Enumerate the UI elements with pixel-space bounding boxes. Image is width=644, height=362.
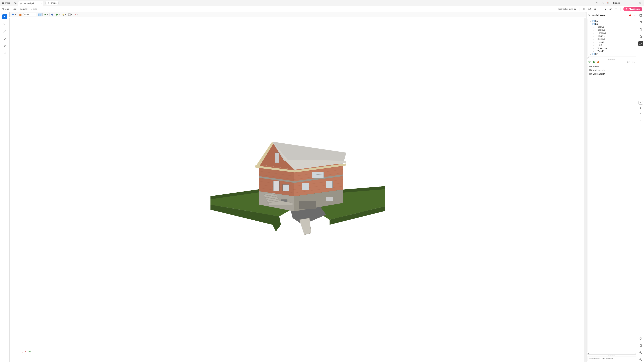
page-up-button[interactable] (638, 111, 643, 116)
signin-link[interactable]: Sign in (613, 2, 620, 4)
rail-bookmarks-button[interactable] (638, 27, 643, 32)
sign-tool[interactable] (2, 51, 7, 56)
views-dropdown[interactable]: Views (23, 13, 36, 16)
add-view-icon[interactable] (588, 61, 591, 63)
tree-node-kg[interactable]: ▸ KG (588, 19, 636, 22)
tree-hscroll[interactable] (587, 57, 636, 59)
apps-button[interactable] (606, 0, 611, 6)
options-dropdown[interactable]: Options ▼ (627, 61, 635, 63)
cube-green-button[interactable]: ▼ (55, 13, 60, 16)
expand-icon[interactable]: ▸ (590, 20, 592, 22)
star-icon (20, 2, 22, 4)
print-button[interactable] (594, 7, 597, 11)
view-item-modell[interactable]: Modell (588, 65, 636, 68)
view-item-vorderansicht[interactable]: Vorderansicht (588, 68, 636, 72)
zoom-out-button[interactable] (638, 357, 643, 362)
viewport-scrollbar[interactable] (584, 18, 586, 362)
tree-node-stuetze[interactable]: ▸Stütze.1 (588, 37, 636, 40)
rail-panels-button[interactable] (638, 13, 643, 18)
model-tree[interactable]: ▸ KG ▾ EG ▸Dach.1 ▸Decke.1 ▸Fenster.1 ▸R… (587, 18, 636, 56)
svg-marker-81 (299, 218, 311, 235)
maximize-button[interactable] (629, 2, 636, 4)
menu-all-tools[interactable]: All tools (2, 8, 10, 10)
home-view-icon[interactable] (597, 61, 600, 63)
rotate-button[interactable] (638, 336, 643, 341)
background-button[interactable]: ▼ (68, 13, 73, 16)
create-button[interactable]: ＋ Create (45, 1, 59, 5)
rail-comments-button[interactable] (638, 20, 643, 25)
splitter-2[interactable] (587, 355, 636, 356)
find-button[interactable]: Find text or tools (558, 8, 576, 10)
collapse-icon[interactable]: ▾ (590, 23, 592, 25)
home-view-button[interactable] (18, 13, 22, 16)
minimize-button[interactable] (622, 2, 629, 4)
svg-rect-79 (312, 172, 324, 178)
camera-icon (589, 69, 592, 71)
svg-line-100 (641, 360, 642, 361)
svg-point-15 (574, 8, 576, 9)
svg-rect-30 (40, 13, 41, 15)
views-hscroll[interactable] (587, 353, 636, 355)
view-item-seitenansicht[interactable]: Seitenansicht (588, 72, 636, 76)
checkbox[interactable] (592, 23, 594, 25)
textbox-tool[interactable]: A (2, 44, 7, 49)
ai-label: AI Assistant (629, 8, 640, 10)
tree-node-wand[interactable]: ▸Wand.1 (588, 50, 636, 53)
help-button[interactable] (594, 0, 600, 6)
link-button[interactable] (608, 7, 612, 11)
ai-assistant-button[interactable]: AI Assistant (623, 7, 642, 11)
comment-button[interactable] (603, 7, 606, 11)
orbit-tool-button[interactable]: ▼ (10, 12, 17, 16)
svg-line-16 (576, 9, 576, 10)
svg-rect-41 (299, 201, 316, 209)
svg-rect-74 (273, 181, 280, 191)
rail-modeltree-button[interactable] (638, 41, 643, 46)
svg-line-84 (22, 351, 27, 353)
3d-viewport[interactable] (10, 18, 586, 362)
menu-esign[interactable]: E-Sign (31, 8, 37, 10)
create-label: Create (50, 2, 56, 4)
svg-line-25 (5, 24, 6, 25)
document-tab[interactable]: Muster1.pdf × (18, 1, 43, 6)
tab-close-button[interactable]: × (40, 2, 42, 5)
checkbox[interactable] (592, 20, 594, 22)
draw-tool[interactable] (2, 29, 7, 34)
upload-button[interactable] (588, 7, 592, 11)
home-button[interactable] (12, 0, 18, 6)
tree-node-tuer[interactable]: ▸Tür.1 (588, 43, 636, 46)
tree-node-fenster[interactable]: ▸Fenster.1 (588, 31, 636, 34)
select-tool[interactable] (2, 14, 7, 19)
notifications-button[interactable] (600, 0, 606, 6)
save-button[interactable] (582, 7, 586, 11)
tree-node-eg[interactable]: ▾ EG (588, 22, 636, 25)
tree-node-dach[interactable]: ▸Dach.1 (588, 25, 636, 28)
email-button[interactable] (614, 7, 618, 11)
menu-convert[interactable]: Convert (20, 8, 28, 10)
lighting-button[interactable]: ▼ (61, 13, 67, 16)
lasso-tool[interactable] (2, 36, 7, 41)
svg-rect-7 (609, 3, 609, 3)
tree-node-decke[interactable]: ▸Decke.1 (588, 28, 636, 31)
rail-thumbnails-button[interactable] (638, 34, 643, 39)
tree-node-dg[interactable]: ▸ DG (588, 53, 636, 56)
tree-node-umgebung[interactable]: ▸Umgebung (588, 46, 636, 50)
fit-page-button[interactable] (638, 343, 643, 348)
cube-solid-button[interactable] (50, 13, 54, 16)
window-controls (622, 2, 644, 4)
zoom-in-button[interactable] (638, 350, 643, 355)
zoom-tool[interactable] (2, 22, 7, 27)
main-menu-button[interactable]: Menu (0, 0, 12, 6)
svg-point-1 (597, 3, 597, 3)
tree-node-raum[interactable]: ▸Raum.1 (588, 34, 636, 37)
menu-edit[interactable]: Edit (13, 8, 16, 10)
play-button[interactable]: ▼ (43, 13, 49, 16)
add-view-alt-icon[interactable] (593, 61, 595, 63)
tree-node-treppe[interactable]: ▸Treppe (588, 40, 636, 43)
panel-more-button[interactable]: ⋯ (633, 14, 635, 17)
close-window-button[interactable] (636, 2, 644, 4)
page-down-button[interactable] (638, 118, 643, 123)
page-input[interactable]: 1 (638, 101, 643, 105)
toggle-tree-button[interactable] (38, 13, 42, 16)
panel-close-button[interactable]: ✕ (588, 14, 590, 17)
section-button[interactable]: ▼ (74, 13, 79, 16)
